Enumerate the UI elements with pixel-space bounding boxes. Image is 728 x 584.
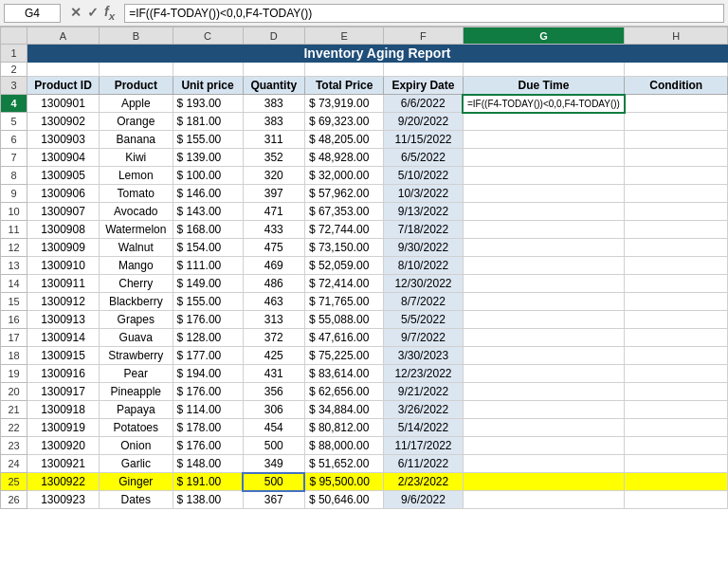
cell-expiry-date[interactable]: 3/26/2022 — [384, 401, 463, 419]
cell-product[interactable]: Strawberry — [100, 347, 173, 365]
col-header-B[interactable]: B — [100, 27, 173, 45]
confirm-icon[interactable]: ✓ — [87, 5, 99, 20]
cell-condition[interactable] — [625, 401, 728, 419]
cell-quantity[interactable]: 469 — [243, 257, 304, 275]
cell-due-time[interactable] — [463, 491, 625, 509]
cell-due-time[interactable] — [463, 347, 625, 365]
cell-condition[interactable] — [625, 203, 728, 221]
cell-product-id[interactable]: 1300902 — [27, 113, 100, 131]
cell-unit-price[interactable]: $ 155.00 — [173, 293, 243, 311]
cell-quantity[interactable]: 454 — [243, 419, 304, 437]
cell-quantity[interactable]: 349 — [243, 455, 304, 473]
cell-due-time[interactable] — [463, 239, 625, 257]
cell-unit-price[interactable]: $ 176.00 — [173, 437, 243, 455]
cell-product[interactable]: Cherry — [100, 275, 173, 293]
cell-unit-price[interactable]: $ 181.00 — [173, 113, 243, 131]
cell-expiry-date[interactable]: 9/21/2022 — [384, 383, 463, 401]
cell-product[interactable]: Potatoes — [100, 419, 173, 437]
cell-total-price[interactable]: $ 71,765.00 — [304, 293, 384, 311]
cell-product-id[interactable]: 1300911 — [27, 275, 100, 293]
cell-total-price[interactable]: $ 47,616.00 — [304, 329, 384, 347]
cell-condition[interactable] — [625, 311, 728, 329]
col-header-A[interactable]: A — [27, 27, 100, 45]
cell-due-time[interactable] — [463, 293, 625, 311]
cell-condition[interactable] — [625, 131, 728, 149]
cell-product-id[interactable]: 1300921 — [27, 455, 100, 473]
cell-unit-price[interactable]: $ 100.00 — [173, 167, 243, 185]
cell-2B[interactable] — [100, 63, 173, 77]
cell-quantity[interactable]: 356 — [243, 383, 304, 401]
cell-product[interactable]: Avocado — [100, 203, 173, 221]
cell-due-time[interactable] — [463, 383, 625, 401]
cell-expiry-date[interactable]: 5/14/2022 — [384, 419, 463, 437]
cell-product[interactable]: Ginger — [100, 473, 173, 491]
cell-due-time[interactable] — [463, 419, 625, 437]
cell-product[interactable]: Kiwi — [100, 149, 173, 167]
cell-product[interactable]: Blackberry — [100, 293, 173, 311]
col-header-E[interactable]: E — [304, 27, 384, 45]
cell-expiry-date[interactable]: 6/11/2022 — [384, 455, 463, 473]
cell-product[interactable]: Pear — [100, 365, 173, 383]
cell-due-time[interactable] — [463, 185, 625, 203]
cell-unit-price[interactable]: $ 193.00 — [173, 95, 243, 113]
cell-unit-price[interactable]: $ 168.00 — [173, 221, 243, 239]
cell-quantity[interactable]: 463 — [243, 293, 304, 311]
cell-product[interactable]: Garlic — [100, 455, 173, 473]
cell-quantity[interactable]: 500 — [243, 473, 304, 491]
cell-expiry-date[interactable]: 10/3/2022 — [384, 185, 463, 203]
cell-total-price[interactable]: $ 50,646.00 — [304, 491, 384, 509]
cell-unit-price[interactable]: $ 111.00 — [173, 257, 243, 275]
cell-condition[interactable] — [625, 149, 728, 167]
cell-product-id[interactable]: 1300913 — [27, 311, 100, 329]
cell-expiry-date[interactable]: 12/23/2022 — [384, 365, 463, 383]
cell-2H[interactable] — [625, 63, 728, 77]
cell-due-time[interactable] — [463, 203, 625, 221]
cell-unit-price[interactable]: $ 138.00 — [173, 491, 243, 509]
cell-total-price[interactable]: $ 72,414.00 — [304, 275, 384, 293]
cell-expiry-date[interactable]: 7/18/2022 — [384, 221, 463, 239]
cell-total-price[interactable]: $ 73,919.00 — [304, 95, 384, 113]
cell-unit-price[interactable]: $ 176.00 — [173, 311, 243, 329]
cell-expiry-date[interactable]: 8/10/2022 — [384, 257, 463, 275]
cell-product[interactable]: Tomato — [100, 185, 173, 203]
cell-condition[interactable] — [625, 473, 728, 491]
cell-2D[interactable] — [243, 63, 304, 77]
cell-quantity[interactable]: 313 — [243, 311, 304, 329]
cell-condition[interactable] — [625, 167, 728, 185]
cell-expiry-date[interactable]: 6/6/2022 — [384, 95, 463, 113]
cell-condition[interactable] — [625, 239, 728, 257]
cell-2E[interactable] — [304, 63, 384, 77]
cell-total-price[interactable]: $ 95,500.00 — [304, 473, 384, 491]
function-icon[interactable]: fx — [104, 4, 115, 22]
cell-product[interactable]: Pineapple — [100, 383, 173, 401]
cell-total-price[interactable]: $ 57,962.00 — [304, 185, 384, 203]
cell-quantity[interactable]: 471 — [243, 203, 304, 221]
formula-input[interactable] — [124, 4, 724, 23]
cell-product-id[interactable]: 1300909 — [27, 239, 100, 257]
cell-due-time[interactable] — [463, 455, 625, 473]
cell-product-id[interactable]: 1300910 — [27, 257, 100, 275]
cell-unit-price[interactable]: $ 176.00 — [173, 383, 243, 401]
col-header-G[interactable]: G — [463, 27, 625, 45]
cell-quantity[interactable]: 352 — [243, 149, 304, 167]
cell-expiry-date[interactable]: 6/5/2022 — [384, 149, 463, 167]
cell-product-id[interactable]: 1300917 — [27, 383, 100, 401]
cell-condition[interactable] — [625, 437, 728, 455]
cell-quantity[interactable]: 433 — [243, 221, 304, 239]
cell-product-id[interactable]: 1300901 — [27, 95, 100, 113]
cell-due-time[interactable]: =IF((F4-TODAY())<0,0,F4-TODAY()) — [463, 95, 625, 113]
cell-expiry-date[interactable]: 11/17/2022 — [384, 437, 463, 455]
cell-total-price[interactable]: $ 51,652.00 — [304, 455, 384, 473]
cell-quantity[interactable]: 475 — [243, 239, 304, 257]
cell-quantity[interactable]: 425 — [243, 347, 304, 365]
cell-product[interactable]: Banana — [100, 131, 173, 149]
cell-condition[interactable] — [625, 95, 728, 113]
cell-unit-price[interactable]: $ 114.00 — [173, 401, 243, 419]
cell-condition[interactable] — [625, 383, 728, 401]
cell-due-time[interactable] — [463, 437, 625, 455]
cell-quantity[interactable]: 306 — [243, 401, 304, 419]
cell-total-price[interactable]: $ 52,059.00 — [304, 257, 384, 275]
cell-product[interactable]: Watermelon — [100, 221, 173, 239]
cell-expiry-date[interactable]: 8/7/2022 — [384, 293, 463, 311]
cell-total-price[interactable]: $ 62,656.00 — [304, 383, 384, 401]
